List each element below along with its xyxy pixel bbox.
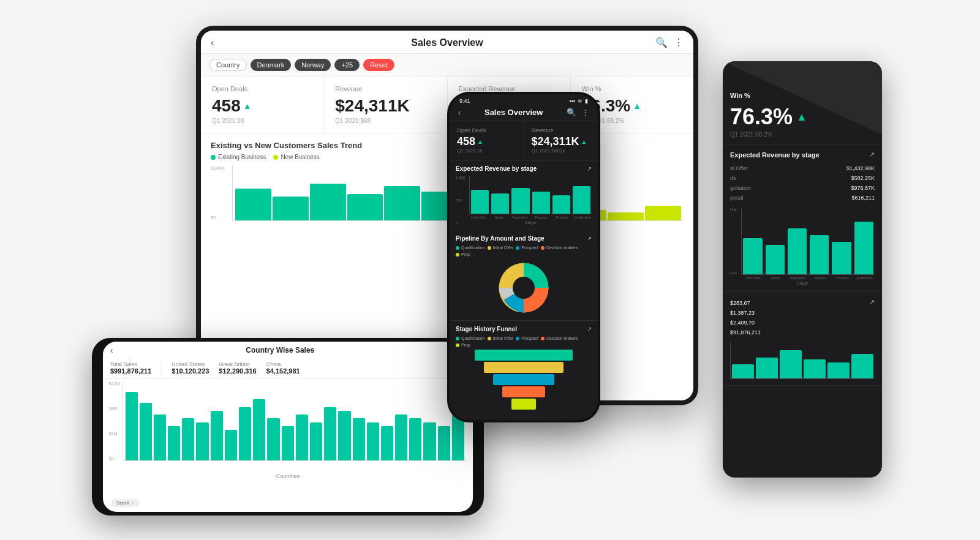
legend-new-dot — [273, 155, 278, 160]
phone-l-header: ‹ Country Wise Sales ⊤ ⋮ — [103, 342, 473, 359]
phone-l-stat-us-label: United States — [172, 361, 209, 367]
phone-l-bar-item — [253, 399, 265, 460]
legend-decision: Decision makers — [541, 246, 578, 250]
phone-section-funnel-expand[interactable]: ↗ — [587, 326, 592, 332]
rp-expected-expand[interactable]: ↗ — [869, 151, 875, 159]
phone-signal-icon: ▪▪▪ — [569, 98, 575, 104]
phone-header-icons: 🔍 ⋮ — [567, 108, 589, 117]
rp-val-1: $1,432,98K — [846, 165, 875, 171]
funnel-chart — [456, 350, 592, 410]
x-label-6: Qualification — [573, 216, 592, 219]
bar-4 — [532, 192, 550, 214]
rp-key-3: gotiation — [730, 185, 751, 191]
rp-bar-5 — [832, 242, 851, 275]
bar-6 — [573, 186, 590, 214]
phone-section-expected-title: Expected Revenue by stage — [456, 165, 537, 172]
phone-l-y-mid1: $8M — [109, 407, 120, 411]
phone-l-bar-item — [196, 422, 208, 461]
rp-x-3: Negotiation — [788, 276, 808, 280]
rp-x-5: Prospect — [833, 276, 853, 280]
phone-l-stat-total-label: Total Sales — [110, 361, 151, 367]
phone-l-bar-item — [338, 411, 350, 460]
rp-section-expected: Expected Revenue by stage ↗ al Offer $1,… — [723, 144, 882, 292]
phone-l-bar-item — [367, 422, 379, 461]
rp-key-1: al Offer — [730, 165, 748, 171]
legend-qualification-dot — [456, 246, 459, 250]
phone-section-pipeline: Pipeline By Amount and Stage ↗ Qualifica… — [450, 230, 598, 321]
rp-x-labels: Initial Offer Needs Negotiation Proposal… — [744, 276, 875, 280]
rp-bottom-expand[interactable]: ↗ — [869, 298, 875, 306]
phone-l-chart-row: $12M $8M $4M $0 — [109, 381, 467, 461]
phone-metric-deals-sub: Q1 2021:28 — [457, 148, 516, 154]
phone-l-x-axis: Countries — [109, 473, 467, 479]
tablet-search-icon[interactable]: 🔍 — [655, 37, 668, 48]
phone-l-stat-us-value: $10,120,223 — [172, 367, 209, 375]
phone-l-y-mid2: $4M — [109, 432, 120, 436]
phone-search-icon[interactable]: 🔍 — [567, 108, 576, 117]
phone-l-divider-1 — [161, 361, 162, 375]
rp-bar-3 — [788, 228, 807, 274]
rp-bottom-item-1: $283,67 — [730, 298, 869, 308]
phone-l-y-labels: $12M $8M $4M $0 — [109, 381, 123, 461]
expected-y-bottom: 0 — [456, 221, 465, 225]
scroll-badge[interactable]: Scroll → — [111, 499, 140, 507]
tablet-header: ‹ Sales Overview 🔍 ⋮ — [201, 31, 693, 54]
phone-l-back-icon[interactable]: ‹ — [110, 345, 113, 355]
metric-open-deals-value: 458 ▲ — [212, 96, 312, 116]
funnel-legend-prop-dot — [456, 343, 459, 347]
funnel-legend-prop: Prop — [456, 343, 470, 347]
rp-mini-bar-4 — [804, 359, 826, 378]
rp-bottom-chart — [730, 342, 875, 379]
legend-initial-offer: Initial Offer — [488, 246, 514, 250]
x-label-3: Negotiation — [511, 216, 529, 219]
phone-l-stat-china-label: China — [266, 361, 300, 367]
rp-bottom-val-4: $91,876,211 — [730, 329, 761, 336]
filter-chip-more[interactable]: +25 — [334, 59, 360, 71]
phone-back-icon[interactable]: ‹ — [458, 108, 461, 117]
rp-x-6: Qualification — [856, 276, 875, 280]
chart-y-bottom: $0 — [211, 215, 225, 220]
phone-l-y-bottom: $0 — [109, 457, 120, 461]
funnel-legend-p-dot — [516, 337, 519, 340]
phone-section-expected-revenue: Expected Revenue by stage ↗ 1,000 500 0 — [450, 160, 598, 230]
rp-list-item-3: gotiation $976,87K — [730, 183, 875, 193]
filter-chip-norway[interactable]: Norway — [295, 59, 331, 71]
expected-bars — [469, 176, 592, 214]
phone-section-pipeline-expand[interactable]: ↗ — [587, 235, 592, 242]
phone-status-bar: 9:41 ▪▪▪ ≋ ▮ — [450, 94, 598, 105]
phone-l-stat-gb-label: Great Britain — [219, 361, 256, 367]
phone-more-icon[interactable]: ⋮ — [581, 108, 589, 117]
filter-reset-button[interactable]: Reset — [363, 59, 394, 71]
rp-list-item-4: posal $616,211 — [730, 193, 875, 203]
legend-existing: Existing Business — [211, 154, 266, 160]
phone-portrait-device: 9:41 ▪▪▪ ≋ ▮ ‹ Sales Overview 🔍 ⋮ — [447, 92, 600, 422]
phone-landscape-screen: ‹ Country Wise Sales ⊤ ⋮ Total Sales $99… — [103, 342, 473, 512]
phone-section-expected-expand[interactable]: ↗ — [587, 165, 592, 172]
phone-l-bar-item — [168, 426, 180, 460]
legend-new: New Business — [273, 154, 319, 160]
phone-l-stat-gb: Great Britain $12,290,316 — [219, 361, 256, 375]
legend-prospect: Prospect — [516, 246, 538, 250]
funnel-legend-dm-dot — [541, 337, 545, 340]
filter-chip-denmark[interactable]: Denmark — [251, 59, 292, 71]
legend-existing-label: Existing Business — [218, 154, 266, 160]
phone-status-right: ▪▪▪ ≋ ▮ — [569, 98, 588, 104]
rp-mini-bar-6 — [851, 354, 873, 378]
legend-decision-dot — [541, 246, 545, 250]
legend-prop-dot — [456, 253, 459, 257]
phone-l-stat-total: Total Sales $991,876,211 — [110, 361, 151, 375]
phone-l-bar-item — [239, 407, 251, 461]
phone-wifi-icon: ≋ — [578, 98, 582, 104]
tablet-more-icon[interactable]: ⋮ — [674, 37, 684, 48]
rp-val-3: $976,87K — [851, 185, 875, 191]
tablet-back-icon[interactable]: ‹ — [211, 37, 214, 48]
metric-revenue-value: $24,311K — [335, 96, 435, 116]
filter-chip-country[interactable]: Country — [209, 59, 247, 71]
rp-bottom-val-2: $1,387,23 — [730, 310, 755, 316]
rp-expected-list: al Offer $1,432,98K ds $582,25K gotiatio… — [730, 163, 875, 203]
expected-x-axis: Stage — [469, 220, 592, 225]
phone-l-bar-item — [409, 418, 421, 460]
phone-l-bar-item — [282, 426, 294, 460]
tablet-filter-bar: Country Denmark Norway +25 Reset — [201, 54, 693, 77]
funnel-legend-prop-label: Prop — [461, 343, 470, 347]
